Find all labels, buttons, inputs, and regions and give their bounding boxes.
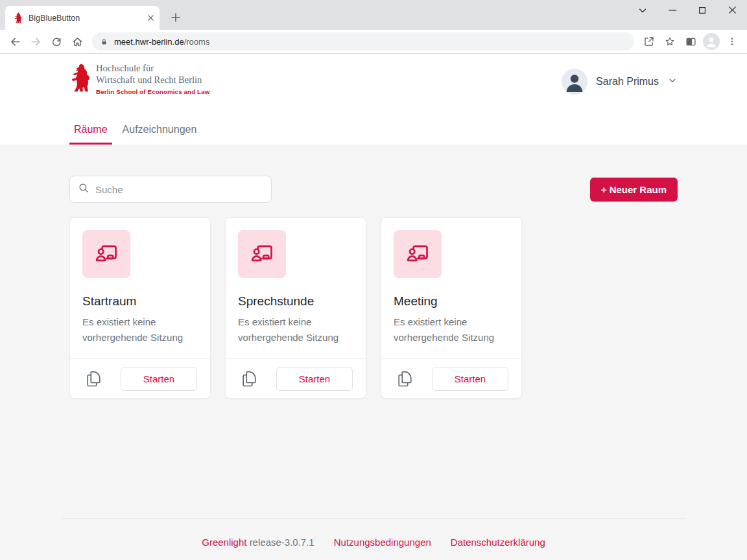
- room-name: Startraum: [82, 294, 198, 309]
- browser-titlebar: BigBlueButton: [0, 0, 747, 30]
- search-icon: [78, 182, 89, 196]
- user-name: Sarah Primus: [596, 76, 659, 88]
- berlin-bear-logo-icon: [69, 63, 90, 95]
- tab-close-icon[interactable]: [147, 14, 154, 21]
- room-name: Sprechstunde: [238, 294, 353, 309]
- page-tabs: Räume Aufzeichnungen: [69, 124, 678, 145]
- site-header: Hochschule für Wirtschaft und Recht Berl…: [0, 54, 747, 145]
- padlock-icon[interactable]: [100, 37, 108, 47]
- url-path: /rooms: [184, 37, 210, 47]
- tab-recordings[interactable]: Aufzeichnungen: [118, 124, 202, 145]
- room-name: Meeting: [394, 294, 509, 309]
- room-tile-icon: [82, 230, 130, 278]
- reload-button[interactable]: [47, 32, 66, 51]
- window-close-button[interactable]: [717, 0, 747, 20]
- logo-tagline: Berlin School of Economics and Law: [96, 88, 209, 95]
- room-cards-grid: Startraum Es existiert keine vorhergehen…: [69, 217, 678, 399]
- user-avatar: [562, 69, 587, 95]
- window-controls: [628, 0, 747, 20]
- footer-divider: [62, 519, 686, 519]
- start-room-button[interactable]: Starten: [276, 367, 353, 391]
- greenlight-link[interactable]: Greenlight: [202, 537, 246, 548]
- privacy-link[interactable]: Datenschutzerklärung: [451, 537, 545, 548]
- browser-menu-kebab-icon[interactable]: [722, 32, 742, 51]
- search-input[interactable]: [95, 184, 263, 195]
- room-status: Es existiert keine vorhergehende Sitzung: [238, 314, 353, 345]
- window-minimize-button[interactable]: [658, 0, 687, 20]
- room-tile-icon: [394, 230, 442, 278]
- hwr-logo[interactable]: Hochschule für Wirtschaft und Recht Berl…: [69, 63, 209, 95]
- logo-line2: Wirtschaft und Recht Berlin: [96, 75, 209, 86]
- tab-title: BigBlueButton: [29, 14, 141, 23]
- url-text[interactable]: meet.hwr-berlin.de/rooms: [114, 37, 209, 47]
- greenlight-version: Greenlight release-3.0.7.1: [202, 537, 314, 548]
- browser-window: BigBlueButton: [0, 0, 747, 560]
- terms-link[interactable]: Nutzungsbedingungen: [334, 537, 431, 548]
- rooms-content: + Neuer Raum Startraum Es existiert kein…: [0, 145, 747, 560]
- room-status: Es existiert keine vorhergehende Sitzung: [82, 314, 198, 345]
- release-version: release-3.0.7.1: [250, 537, 314, 548]
- user-menu[interactable]: Sarah Primus: [562, 69, 678, 95]
- bookmark-star-icon[interactable]: [660, 32, 680, 51]
- copy-room-link-icon[interactable]: [396, 370, 414, 388]
- back-button[interactable]: [5, 32, 25, 51]
- copy-room-link-icon[interactable]: [241, 370, 258, 388]
- room-search[interactable]: [69, 176, 272, 203]
- url-host: meet.hwr-berlin.de: [114, 37, 184, 47]
- browser-tab[interactable]: BigBlueButton: [5, 6, 160, 30]
- greenlight-page: Hochschule für Wirtschaft und Recht Berl…: [0, 54, 747, 560]
- new-room-button[interactable]: + Neuer Raum: [590, 178, 678, 202]
- address-bar[interactable]: meet.hwr-berlin.de/rooms: [92, 32, 634, 51]
- browser-profile-avatar[interactable]: [702, 32, 721, 51]
- room-card[interactable]: Startraum Es existiert keine vorhergehen…: [69, 217, 211, 399]
- copy-room-link-icon[interactable]: [85, 370, 102, 388]
- tab-search-chevron-icon[interactable]: [628, 0, 658, 20]
- side-panel-icon[interactable]: [681, 32, 700, 51]
- room-tile-icon: [238, 230, 286, 278]
- logo-text: Hochschule für Wirtschaft und Recht Berl…: [96, 63, 209, 95]
- favicon-berlin-bear-icon: [13, 12, 23, 23]
- start-room-button[interactable]: Starten: [121, 367, 197, 391]
- browser-toolbar: meet.hwr-berlin.de/rooms: [0, 30, 747, 54]
- start-room-button[interactable]: Starten: [432, 367, 508, 391]
- chevron-down-icon: [667, 75, 678, 88]
- window-maximize-button[interactable]: [687, 0, 717, 20]
- room-status: Es existiert keine vorhergehende Sitzung: [394, 314, 509, 345]
- share-icon[interactable]: [639, 32, 659, 51]
- site-footer: Greenlight release-3.0.7.1 Nutzungsbedin…: [0, 519, 747, 560]
- forward-button[interactable]: [26, 32, 45, 51]
- logo-line1: Hochschule für: [96, 63, 209, 75]
- tab-rooms[interactable]: Räume: [69, 124, 112, 145]
- home-button[interactable]: [67, 32, 87, 51]
- room-card[interactable]: Sprechstunde Es existiert keine vorherge…: [225, 217, 366, 399]
- room-card[interactable]: Meeting Es existiert keine vorhergehende…: [381, 217, 522, 399]
- new-tab-button[interactable]: [167, 9, 184, 26]
